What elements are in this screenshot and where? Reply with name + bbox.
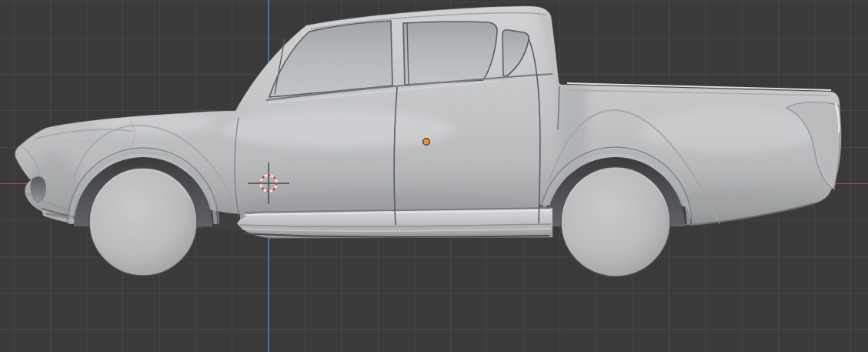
viewport-canvas[interactable] (0, 0, 868, 352)
object-origin-point[interactable] (423, 139, 430, 146)
origin-dot-icon[interactable] (423, 139, 430, 146)
rear-door-window[interactable] (403, 22, 497, 85)
door-highlight (223, 109, 454, 149)
3d-viewport[interactable] (0, 0, 868, 352)
bed-highlight (639, 109, 823, 153)
